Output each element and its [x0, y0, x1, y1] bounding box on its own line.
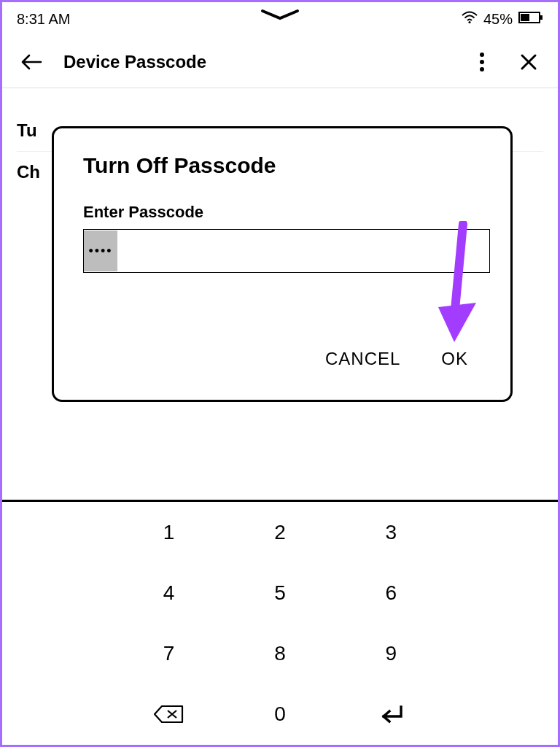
key-blank — [2, 502, 113, 562]
close-button[interactable] — [516, 49, 542, 75]
key-6[interactable]: 6 — [335, 562, 446, 623]
key-blank — [447, 684, 558, 745]
clock: 8:31 AM — [17, 11, 70, 28]
svg-point-4 — [480, 53, 484, 57]
key-enter[interactable] — [335, 684, 446, 745]
battery-icon — [518, 11, 543, 28]
numeric-keypad: 1 2 3 4 5 6 7 8 9 0 — [2, 500, 558, 745]
header-bar: Device Passcode — [2, 36, 558, 88]
pull-handle-icon[interactable] — [260, 8, 300, 24]
svg-rect-3 — [521, 14, 529, 21]
key-7[interactable]: 7 — [113, 624, 224, 684]
key-9[interactable]: 9 — [335, 624, 446, 684]
header-actions — [469, 49, 542, 75]
battery-pct: 45% — [483, 11, 513, 28]
key-5[interactable]: 5 — [225, 562, 335, 623]
svg-point-0 — [468, 20, 470, 23]
more-menu-button[interactable] — [469, 49, 495, 75]
key-backspace[interactable] — [113, 684, 224, 745]
page-title: Device Passcode — [63, 52, 469, 72]
key-blank — [2, 562, 113, 623]
key-0[interactable]: 0 — [225, 684, 335, 745]
dialog-title: Turn Off Passcode — [83, 153, 481, 178]
enter-icon — [376, 704, 405, 724]
key-1[interactable]: 1 — [113, 502, 224, 562]
cancel-button[interactable]: CANCEL — [325, 349, 400, 369]
svg-point-5 — [480, 60, 484, 64]
ok-button[interactable]: OK — [441, 349, 468, 369]
key-blank — [2, 684, 113, 745]
svg-rect-2 — [540, 15, 542, 20]
passcode-input[interactable]: •••• — [83, 229, 490, 273]
backspace-icon — [153, 704, 185, 724]
key-3[interactable]: 3 — [335, 502, 446, 562]
key-blank — [447, 562, 558, 623]
svg-point-6 — [480, 67, 484, 71]
passcode-label: Enter Passcode — [83, 203, 481, 222]
key-2[interactable]: 2 — [225, 502, 335, 562]
back-button[interactable] — [18, 49, 44, 75]
key-blank — [447, 624, 558, 684]
status-right: 45% — [462, 11, 543, 28]
key-4[interactable]: 4 — [113, 562, 224, 623]
turn-off-passcode-dialog: Turn Off Passcode Enter Passcode •••• CA… — [52, 126, 513, 402]
key-8[interactable]: 8 — [225, 624, 335, 684]
wifi-icon — [462, 11, 478, 28]
key-blank — [447, 502, 558, 562]
key-blank — [2, 624, 113, 684]
passcode-value: •••• — [84, 231, 117, 271]
dialog-actions: CANCEL OK — [325, 349, 468, 369]
device-frame: 8:31 AM 45% Device Passcode Tu Ch — [0, 0, 560, 747]
